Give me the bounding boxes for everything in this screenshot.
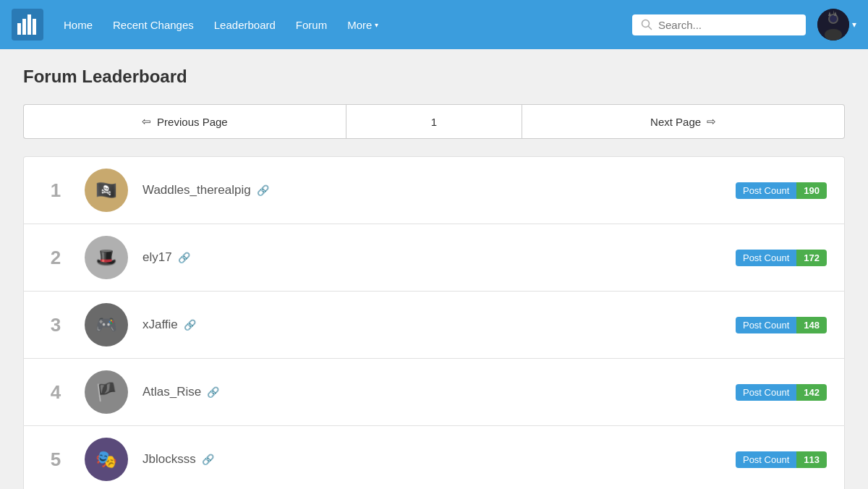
post-count-label: Post Count <box>736 182 796 199</box>
leaderboard-list: 1 🏴‍☠️ Waddles_therealpig 🔗 Post Count 1… <box>23 156 845 489</box>
site-logo[interactable] <box>12 9 43 41</box>
user-avatar[interactable] <box>817 9 849 41</box>
leaderboard-row: 3 🎮 xJaffie 🔗 Post Count 148 <box>23 291 845 358</box>
nav-links: Home Recent Changes Leaderboard Forum Mo… <box>55 13 621 37</box>
svg-rect-1 <box>17 23 21 35</box>
username: Waddles_therealpig <box>142 183 251 197</box>
leaderboard-row: 5 🎭 Jblocksss 🔗 Post Count 113 <box>23 425 845 489</box>
post-count-badge: Post Count 172 <box>736 250 827 266</box>
svg-rect-3 <box>27 14 31 35</box>
prev-page-label: Previous Page <box>157 116 228 128</box>
username: Atlas_Rise <box>142 385 201 399</box>
leaderboard-row: 2 🎩 ely17 🔗 Post Count 172 <box>23 224 845 291</box>
user-avatar[interactable]: 🏴‍☠️ <box>85 169 128 212</box>
nav-home[interactable]: Home <box>55 13 101 37</box>
post-count-badge: Post Count 142 <box>736 384 827 401</box>
user-avatar[interactable]: 🎩 <box>85 236 128 279</box>
nav-leaderboard[interactable]: Leaderboard <box>205 13 284 37</box>
post-count-value: 113 <box>796 451 827 468</box>
next-page-button[interactable]: Next Page ⇨ <box>522 104 845 139</box>
profile-link-icon[interactable]: 🔗 <box>257 184 269 196</box>
rank-number: 3 <box>41 314 70 336</box>
rank-number: 2 <box>41 247 70 269</box>
user-avatar[interactable]: 🎮 <box>85 303 128 346</box>
user-info: Waddles_therealpig 🔗 <box>142 183 721 197</box>
main-content: Forum Leaderboard ⇦ Previous Page 1 Next… <box>0 49 868 489</box>
post-count-label: Post Count <box>736 384 796 401</box>
more-dropdown-icon: ▾ <box>375 21 378 29</box>
pagination-row: ⇦ Previous Page 1 Next Page ⇨ <box>23 104 845 139</box>
post-count-value: 190 <box>796 182 827 199</box>
post-count-badge: Post Count 148 <box>736 317 827 333</box>
profile-link-icon[interactable]: 🔗 <box>184 319 196 331</box>
user-info: Atlas_Rise 🔗 <box>142 385 721 399</box>
nav-more[interactable]: More ▾ <box>339 13 387 37</box>
profile-link-icon[interactable]: 🔗 <box>202 454 214 465</box>
navbar: Home Recent Changes Leaderboard Forum Mo… <box>0 0 868 49</box>
nav-forum[interactable]: Forum <box>287 13 336 37</box>
post-count-value: 172 <box>796 250 827 266</box>
rank-number: 1 <box>41 179 70 202</box>
rank-number: 4 <box>41 381 70 404</box>
leaderboard-row: 1 🏴‍☠️ Waddles_therealpig 🔗 Post Count 1… <box>23 156 845 224</box>
post-count-value: 148 <box>796 317 827 333</box>
username: Jblocksss <box>142 452 196 467</box>
post-count-label: Post Count <box>736 250 796 266</box>
post-count-label: Post Count <box>736 317 796 333</box>
user-info: ely17 🔗 <box>142 250 721 265</box>
prev-page-icon: ⇦ <box>142 115 151 128</box>
post-count-value: 142 <box>796 384 827 401</box>
page-title: Forum Leaderboard <box>23 67 845 87</box>
profile-link-icon[interactable]: 🔗 <box>207 386 219 398</box>
current-page-button: 1 <box>346 104 522 139</box>
prev-page-button[interactable]: ⇦ Previous Page <box>23 104 346 139</box>
post-count-badge: Post Count 190 <box>736 182 827 199</box>
rank-number: 5 <box>41 448 70 471</box>
post-count-label: Post Count <box>736 451 796 468</box>
username: ely17 <box>142 250 172 265</box>
post-count-badge: Post Count 113 <box>736 451 827 468</box>
search-input[interactable] <box>658 19 797 31</box>
nav-recent-changes[interactable]: Recent Changes <box>104 13 203 37</box>
svg-rect-4 <box>33 19 36 35</box>
user-info: xJaffie 🔗 <box>142 318 721 332</box>
user-avatar[interactable]: 🏴 <box>85 370 128 414</box>
svg-point-9 <box>825 29 842 41</box>
next-page-icon: ⇨ <box>707 115 716 128</box>
search-bar <box>632 14 806 35</box>
leaderboard-row: 4 🏴 Atlas_Rise 🔗 Post Count 142 <box>23 358 845 425</box>
svg-line-6 <box>649 27 652 30</box>
next-page-label: Next Page <box>650 116 701 128</box>
profile-link-icon[interactable]: 🔗 <box>178 252 190 263</box>
avatar-dropdown-icon: ▾ <box>852 20 856 30</box>
svg-point-10 <box>830 15 837 22</box>
svg-rect-2 <box>22 19 26 35</box>
username: xJaffie <box>142 318 178 332</box>
search-icon <box>641 19 652 30</box>
user-avatar[interactable]: 🎭 <box>85 438 128 481</box>
user-menu[interactable]: ▾ <box>817 9 856 41</box>
user-info: Jblocksss 🔗 <box>142 452 721 467</box>
